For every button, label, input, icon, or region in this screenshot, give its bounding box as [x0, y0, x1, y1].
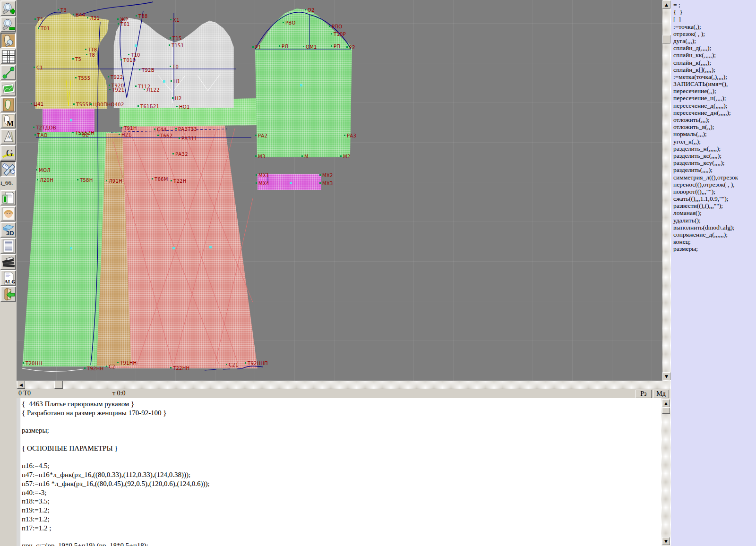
canvas-hscroll-thumb[interactable] [54, 381, 63, 389]
command-listing-button[interactable] [0, 238, 16, 254]
editor-line[interactable]: п17:=1.2 ; [22, 524, 662, 533]
command-item[interactable]: пересечение(,,); [673, 87, 756, 94]
command-item[interactable]: сплайн_к[](,,,,); [673, 66, 756, 73]
drafting-tools-button[interactable]: A [0, 129, 16, 145]
command-item[interactable]: отложить_в(,,); [673, 123, 756, 130]
editor-line[interactable]: п16:=4.5; [22, 461, 662, 470]
pattern-piece-front-skirt[interactable] [109, 125, 258, 368]
editor-line[interactable] [22, 532, 662, 541]
book-export-button[interactable] [0, 286, 16, 302]
md-button[interactable]: Мд [653, 390, 669, 398]
editor-line[interactable]: п13:=1.2; [22, 515, 662, 524]
command-item[interactable]: = ; [673, 1, 756, 9]
editor-line[interactable]: п40:=-3; [22, 488, 662, 497]
zoom-out-button[interactable] [0, 17, 16, 32]
command-item[interactable]: :=метка(точка(,),,,,); [673, 73, 756, 80]
zoom-in-button[interactable] [0, 0, 16, 16]
command-item[interactable]: разделить_ксу(,,,,); [673, 159, 756, 166]
grid-button[interactable] [0, 49, 16, 64]
command-item[interactable]: симметрия_л((),отрезок [673, 174, 756, 181]
editor-line[interactable]: размеры; [22, 426, 662, 435]
canvas-vscrollbar[interactable]: ▲ ▼ [662, 0, 670, 381]
scroll-down-icon[interactable]: ▼ [662, 372, 670, 380]
command-item[interactable]: сплайн_к(,,,,); [673, 59, 756, 66]
command-item[interactable]: конец; [673, 238, 756, 245]
point-label: РА3Т33 [178, 127, 197, 132]
command-item[interactable]: нормаль(,,,); [673, 130, 756, 137]
point-marker [279, 45, 280, 47]
rulers-button[interactable]: 8 [0, 161, 16, 177]
measure-segment-button[interactable] [0, 65, 16, 80]
alg-file-button[interactable]: ALG [0, 270, 16, 286]
point-marker [137, 105, 139, 107]
command-item[interactable]: разделить_н(,,,,,); [673, 145, 756, 152]
editor-line[interactable]: прч_с:=(рр_19*0.5+п19),(рр_18*0.5+п18); [22, 541, 662, 546]
command-item[interactable]: дуга(,,,); [673, 37, 756, 44]
canvas-vscroll-thumb[interactable] [662, 35, 670, 43]
command-item[interactable]: ломаная(); [673, 209, 756, 216]
command-item[interactable]: пересечение_д(,,,,,); [673, 102, 756, 109]
point-label: Т15 [172, 36, 182, 41]
editor-line[interactable]: { 4463 Платье гирюровым рукавом } [22, 400, 662, 409]
code-editor[interactable]: { 4463 Платье гирюровым рукавом }{ Разра… [17, 398, 662, 546]
pattern-frame-button[interactable] [0, 97, 16, 112]
command-item[interactable]: сплайн_кк(,,,,,); [673, 51, 756, 59]
command-item[interactable]: разделить_кс(,,,,); [673, 152, 756, 159]
command-item[interactable]: пересечение_н(,,,,); [673, 94, 756, 102]
command-item[interactable]: выполнить(dmod\.alg); [673, 224, 756, 231]
command-item[interactable]: { } [673, 9, 756, 16]
scroll-up-icon[interactable]: ▲ [662, 0, 670, 9]
canvas-hscrollbar[interactable]: ◀ [17, 381, 670, 389]
pattern-piece-sleeve[interactable] [255, 9, 352, 157]
editor-line[interactable] [22, 418, 662, 427]
pattern-canvas[interactable]: Т3В44Л31Т1Т01Ж2Т88Т61Х1Т15Т151ТТ8Т8Т5Т10… [17, 0, 662, 381]
editor-line[interactable]: { Разработано на размер женщины 170-92-1… [22, 409, 662, 418]
point-label: Ц41 [34, 102, 43, 107]
command-item[interactable]: сжать((),,,1.1,0.9,""); [673, 195, 756, 202]
editor-vscroll-thumb[interactable] [662, 408, 670, 414]
command-item[interactable]: отложить(,,,); [673, 116, 756, 123]
editor-scroll-up-icon[interactable]: ▲ [662, 399, 670, 407]
editor-line[interactable]: п19:=1.2; [22, 506, 662, 515]
command-item[interactable]: развести((),(),,,""); [673, 202, 756, 209]
view-pattern-button[interactable] [0, 33, 16, 48]
command-item[interactable]: разделить(,,,,); [673, 166, 756, 173]
command-item[interactable]: размеры; [673, 245, 756, 252]
point-marker [256, 182, 257, 184]
command-item[interactable]: [ ] [673, 16, 756, 23]
editor-scroll-down-icon[interactable]: ▼ [662, 537, 670, 545]
g-measure-button[interactable]: G [0, 145, 16, 161]
command-item[interactable]: сплайн_д(,,,,); [673, 44, 756, 51]
rz-button[interactable]: Рз [636, 390, 652, 398]
editor-line[interactable]: { ОСНОВНЫЕ ПАРАМЕТРЫ } [22, 444, 662, 453]
books-button[interactable] [0, 254, 16, 270]
editor-line[interactable]: п18:=3.5; [22, 497, 662, 506]
point-label: Т0 [172, 64, 179, 69]
command-item[interactable]: удалить(); [673, 217, 756, 224]
command-item[interactable]: угол_к(,,); [673, 138, 756, 145]
view-3d-button[interactable]: 3D [0, 222, 16, 238]
command-item[interactable]: сопряжение_д(,,,,,,); [673, 231, 756, 238]
editor-lines[interactable]: { 4463 Платье гирюровым рукавом }{ Разра… [22, 400, 662, 546]
editor-line[interactable]: п57:=п16 *л_фнк(рз_16,((80,0.45),(92,0.5… [22, 479, 662, 488]
editor-line[interactable] [22, 435, 662, 444]
command-item[interactable]: перенос((),отрезок( , ), [673, 181, 756, 188]
point-label: Т922 [111, 75, 123, 80]
command-item[interactable]: :=точка(,); [673, 23, 756, 30]
editor-line[interactable]: п47:=п16*л_фнк(рз_16,((80,0.33),(112,0.3… [22, 470, 662, 479]
scroll-left-icon[interactable]: ◀ [17, 381, 25, 389]
editor-line[interactable] [22, 453, 662, 462]
command-item[interactable]: пересечение_дн(,,,,,); [673, 109, 756, 116]
editor-vscrollbar[interactable]: ▲ ▼ [662, 398, 670, 546]
stats-table-button[interactable] [0, 190, 16, 205]
point-label: М2 [343, 154, 351, 159]
portrait-button[interactable] [0, 206, 16, 222]
command-item[interactable]: отрезок( , ); [673, 30, 756, 37]
selection-marker [172, 247, 175, 249]
status-coords: т 0:0 [112, 390, 126, 397]
pattern-m-button[interactable]: M [0, 113, 16, 128]
command-item[interactable]: поворот((),,,""); [673, 188, 756, 195]
image-view-button[interactable] [0, 81, 16, 96]
command-item[interactable]: ЗАПИСАТЬ(имя=(), [673, 80, 756, 87]
point-marker [119, 134, 120, 135]
